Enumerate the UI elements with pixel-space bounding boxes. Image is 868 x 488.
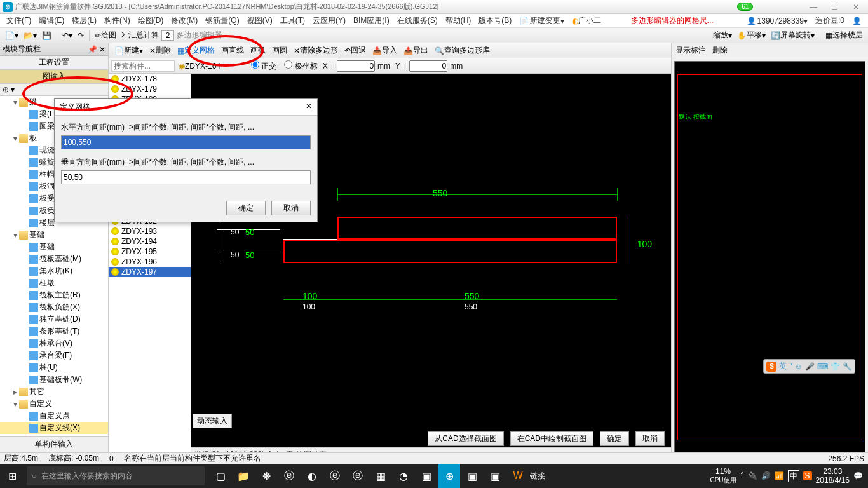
tray-ime-icon[interactable]: 中 (788, 470, 799, 482)
menu-tool[interactable]: 工具(T) (276, 15, 309, 26)
show-annotation-button[interactable]: 显示标注 (675, 45, 706, 56)
zoom-button[interactable]: 缩放 ▾ (710, 30, 735, 41)
cad-draw-button[interactable]: 在CAD中绘制截面图 (510, 431, 593, 446)
new-file-button[interactable]: 📄▾ (3, 31, 21, 40)
query-lib-button[interactable]: 🔍 查询多边形库 (431, 45, 493, 56)
dialog-cancel-button[interactable]: 取消 (271, 201, 311, 215)
ortho-radio[interactable]: 正交 (251, 60, 276, 72)
ime-toolbar[interactable]: S 英 " ☺ 🎤 ⌨ 👕 🔧 (763, 359, 855, 374)
delete-button[interactable]: ✕ 删除 (146, 45, 174, 56)
tray-battery-icon[interactable]: 🔌 (748, 471, 757, 480)
preview-canvas[interactable]: 默认 按截面 (674, 61, 865, 466)
tree-item[interactable]: 自定义线(X) (0, 422, 108, 434)
menu-edit[interactable]: 编辑(E) (35, 15, 68, 26)
ime-mic-icon[interactable]: 🎤 (805, 362, 815, 371)
explorer-icon[interactable]: 📁 (233, 464, 254, 488)
tree-item[interactable]: ▸其它 (0, 386, 108, 398)
app-icon-2[interactable]: ▦ (370, 464, 391, 488)
floor-select-button[interactable]: ▦ 选择楼层 (823, 30, 865, 41)
link-label[interactable]: 链接 (530, 464, 545, 488)
list-item[interactable]: ZDYX-197 (109, 267, 191, 277)
close-button[interactable]: ✕ (846, 3, 865, 11)
redo-button[interactable]: ↷ (75, 31, 86, 40)
menu-online[interactable]: 在线服务(S) (393, 15, 442, 26)
new-change-button[interactable]: 📄新建变更 ▾ (515, 15, 568, 26)
list-item[interactable]: ZDYX-195 (109, 247, 191, 257)
wps-icon[interactable]: W (507, 464, 529, 488)
horizontal-input[interactable] (61, 135, 311, 149)
menu-version[interactable]: 版本号(B) (475, 15, 515, 26)
search-input[interactable] (111, 60, 175, 72)
360-icon[interactable]: ◐ (301, 464, 323, 488)
ime-keyboard-icon[interactable]: ⌨ (817, 362, 828, 371)
rotate-button[interactable]: 🔄 屏幕旋转 ▾ (768, 30, 817, 41)
coin-label[interactable]: 造价豆:0 (811, 15, 848, 26)
dynamic-input-button[interactable]: 动态输入 (193, 414, 232, 428)
polar-radio[interactable]: 极坐标 (284, 60, 317, 72)
ok-button[interactable]: 确定 (600, 431, 629, 446)
phone-label[interactable]: 👤13907298339 ▾ (743, 17, 811, 25)
edge-icon[interactable]: ⓔ (324, 464, 346, 488)
menu-help[interactable]: 帮助(H) (442, 15, 475, 26)
project-settings-header[interactable]: 工程设置 (0, 56, 108, 70)
cancel-button[interactable]: 取消 (635, 431, 665, 446)
start-button[interactable]: ⊞ (0, 464, 24, 488)
back-button[interactable]: ↶ 回退 (341, 45, 369, 56)
right-delete-button[interactable]: 删除 (712, 45, 728, 56)
tree-item[interactable]: 桩承台(V) (0, 337, 108, 349)
vertical-input[interactable] (61, 170, 311, 184)
tray-clock[interactable]: 23:032018/4/16 (816, 467, 850, 485)
menu-component[interactable]: 构件(N) (100, 15, 134, 26)
menu-bim[interactable]: BIM应用(I) (349, 15, 393, 26)
ggj-icon[interactable]: ⊕ (438, 464, 460, 488)
menu-view[interactable]: 视图(V) (243, 15, 276, 26)
app-icon-6[interactable]: ▣ (484, 464, 506, 488)
tree-item[interactable]: 基础板带(W) (0, 374, 108, 386)
menu-cloud[interactable]: 云应用(Y) (309, 15, 349, 26)
tray-notification-icon[interactable]: 💬 (853, 471, 863, 480)
maximize-button[interactable]: ☐ (825, 3, 844, 11)
sum-button[interactable]: Σ 汇总计算 (119, 30, 161, 41)
clear-polygon-button[interactable]: ✕ 清除多边形 (290, 45, 341, 56)
tree-item[interactable]: 独立基础(D) (0, 313, 108, 325)
avatar-icon[interactable]: 👤 (848, 17, 865, 25)
toolbar-num[interactable]: 2 (161, 30, 175, 41)
single-input-button[interactable]: 单构件输入 (0, 436, 108, 452)
tree-item[interactable]: 筏板负筋(X) (0, 301, 108, 313)
tree-item[interactable]: 集水坑(K) (0, 265, 108, 277)
tree-item[interactable]: ▾自定义 (0, 398, 108, 410)
side-text[interactable]: 多边形编辑器的网格尺... (627, 15, 717, 26)
tree-item[interactable]: 筏板基础(M) (0, 253, 108, 265)
taskbar-search[interactable]: ○ 在这里输入你要搜索的内容 (27, 466, 205, 485)
tree-item[interactable]: 柱墩 (0, 277, 108, 289)
tree-item[interactable]: 承台梁(F) (0, 349, 108, 362)
menu-draw[interactable]: 绘图(D) (134, 15, 168, 26)
menu-file[interactable]: 文件(F) (3, 15, 35, 26)
ime-skin-icon[interactable]: 👕 (831, 362, 840, 371)
menu-rebar[interactable]: 钢筋量(Q) (201, 15, 243, 26)
cpu-meter[interactable]: 11%CPU使用 (710, 467, 736, 485)
draw-line-button[interactable]: 画直线 (218, 45, 247, 56)
ime-lang[interactable]: 英 (779, 361, 787, 372)
input-tab[interactable]: 图输入 (0, 70, 108, 84)
task-view-icon[interactable]: ▢ (210, 464, 231, 488)
tray-up-icon[interactable]: ˄ (740, 471, 744, 480)
ime-tool-icon[interactable]: 🔧 (843, 362, 852, 371)
menu-modify[interactable]: 修改(M) (167, 15, 201, 26)
notification-badge[interactable]: 61 (737, 3, 753, 11)
tray-volume-icon[interactable]: 🔊 (761, 471, 771, 480)
import-button[interactable]: 📥 导入 (369, 45, 400, 56)
list-item[interactable]: ZDYX-193 (109, 226, 191, 236)
minimize-button[interactable]: — (804, 3, 823, 11)
ime-punct-icon[interactable]: " (789, 362, 792, 371)
app-icon-5[interactable]: ▣ (461, 464, 483, 488)
tree-item[interactable]: 自定义点 (0, 410, 108, 422)
ie-icon[interactable]: ⓔ (278, 464, 300, 488)
dialog-ok-button[interactable]: 确定 (226, 201, 266, 215)
tree-item[interactable]: 基础 (0, 241, 108, 253)
user-label[interactable]: ◐广小二 (568, 15, 605, 26)
undo-button[interactable]: ↶▾ (60, 31, 75, 40)
y-input[interactable] (409, 60, 447, 72)
tray-sogou-icon[interactable]: S (803, 471, 812, 480)
x-input[interactable] (337, 60, 375, 72)
